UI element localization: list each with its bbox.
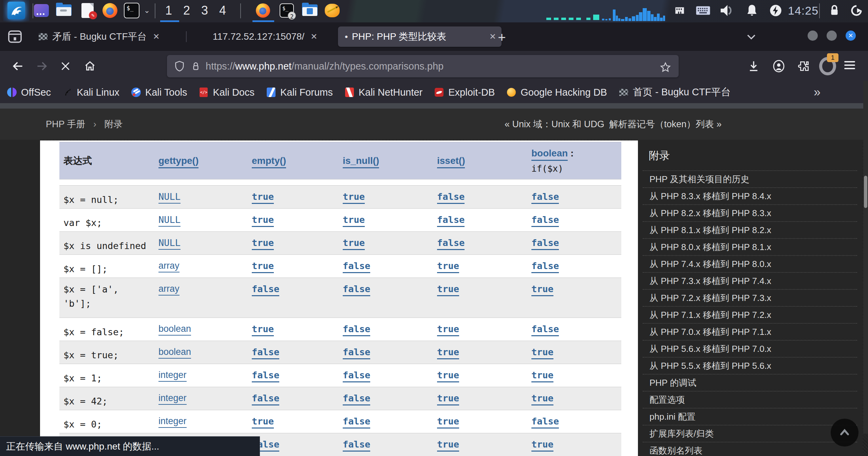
type-link[interactable]: integer <box>158 393 187 405</box>
sidebar-item[interactable]: 从 PHP 8.0.x 移植到 PHP 8.1.x <box>643 238 857 255</box>
bool-link[interactable]: true <box>531 284 553 296</box>
sidebar-item[interactable]: php.ini 配置 <box>643 408 857 425</box>
bookmark-kali-forums[interactable]: Kali Forums <box>266 87 333 98</box>
bool-link[interactable]: true <box>437 324 459 336</box>
downloads-button[interactable] <box>745 58 762 75</box>
tray-power-manager[interactable] <box>769 0 782 21</box>
bool-link[interactable]: true <box>437 393 459 405</box>
launcher-dropdown[interactable]: ⌄ <box>141 0 153 21</box>
sidebar-item[interactable]: 从 PHP 5.6.x 移植到 PHP 7.0.x <box>643 340 857 357</box>
breadcrumb-manual-link[interactable]: PHP 手册 <box>46 119 86 129</box>
bool-link[interactable]: true <box>437 370 459 382</box>
tab-php-manual-active[interactable]: • PHP: PHP 类型比较表 ✕ <box>338 26 502 47</box>
sidebar-item[interactable]: PHP 的调试 <box>643 374 857 391</box>
bookmarks-overflow-button[interactable]: » <box>814 85 820 99</box>
type-link[interactable]: NULL <box>158 191 181 204</box>
extensions-button[interactable] <box>795 58 812 75</box>
prev-page-link[interactable]: « Unix 域：Unix 和 UDG <box>505 118 604 130</box>
next-page-link[interactable]: 解析器记号（token）列表 » <box>609 118 722 130</box>
list-all-tabs-button[interactable] <box>745 31 757 44</box>
bool-link[interactable]: false <box>531 214 559 227</box>
bool-link[interactable]: false <box>252 284 279 296</box>
bool-link[interactable]: true <box>252 191 274 204</box>
bool-link[interactable]: false <box>343 416 370 429</box>
bool-link[interactable]: false <box>531 261 559 273</box>
isset-link[interactable]: isset() <box>437 155 465 168</box>
workspace-2[interactable]: 2 <box>179 0 194 21</box>
tray-volume[interactable] <box>719 0 734 21</box>
bool-link[interactable]: true <box>531 370 553 382</box>
bool-link[interactable]: false <box>437 214 465 227</box>
bool-link[interactable]: false <box>252 370 279 382</box>
tray-keyboard[interactable] <box>696 0 711 21</box>
stop-button[interactable] <box>57 58 74 75</box>
bool-link[interactable]: true <box>437 439 459 452</box>
type-link[interactable]: array <box>158 261 180 272</box>
workspace-3[interactable]: 3 <box>197 0 212 21</box>
sidebar-item[interactable]: 扩展库列表/归类 <box>643 425 857 442</box>
type-link[interactable]: NULL <box>158 238 181 250</box>
forward-button[interactable] <box>33 58 50 75</box>
sidebar-item[interactable]: 从 PHP 8.1.x 移植到 PHP 8.2.x <box>643 221 857 238</box>
bookmark-kali-nethunter[interactable]: Kali NetHunter <box>344 87 423 98</box>
window-button-editor[interactable] <box>321 0 343 21</box>
tray-network[interactable] <box>673 0 686 21</box>
type-link[interactable]: integer <box>158 370 187 382</box>
sidebar-item[interactable]: 从 PHP 8.2.x 移植到 PHP 8.3.x <box>643 204 857 221</box>
tab-ip-site[interactable]: 117.72.52.127:15078/ ✕ <box>189 26 341 47</box>
type-link[interactable]: array <box>158 284 180 296</box>
launcher-file-manager[interactable] <box>55 0 73 21</box>
menu-button[interactable] <box>844 58 861 76</box>
tab-close-icon[interactable]: ✕ <box>310 32 317 41</box>
bool-link[interactable]: false <box>343 347 370 359</box>
scrollbar-thumb[interactable] <box>864 176 867 208</box>
bookmark-exploit-db[interactable]: Exploit-DB <box>434 87 495 98</box>
new-tab-button[interactable]: + <box>494 30 510 45</box>
bool-link[interactable]: true <box>437 416 459 429</box>
home-button[interactable] <box>81 58 98 75</box>
bool-link[interactable]: false <box>343 284 370 296</box>
bookmark-kali-docs[interactable]: </>Kali Docs <box>199 87 254 98</box>
firefox-view-button[interactable] <box>7 30 22 43</box>
tab-close-icon[interactable]: ✕ <box>153 32 159 41</box>
bool-link[interactable]: true <box>437 261 459 273</box>
bool-link[interactable]: false <box>343 439 370 452</box>
type-link[interactable]: boolean <box>158 347 191 359</box>
bool-link[interactable]: false <box>343 393 370 405</box>
workspace-1[interactable]: 1 <box>161 0 176 21</box>
bool-link[interactable]: false <box>437 238 465 250</box>
isnull-link[interactable]: is_null() <box>343 155 379 168</box>
empty-link[interactable]: empty() <box>252 155 286 168</box>
bool-link[interactable]: false <box>437 191 465 204</box>
bool-link[interactable]: false <box>343 324 370 336</box>
bool-link[interactable]: false <box>252 347 279 359</box>
scroll-to-top-button[interactable] <box>831 419 858 446</box>
bookmark-google-hacking-db[interactable]: Google Hacking DB <box>506 87 607 98</box>
workspace-4[interactable]: 4 <box>215 0 230 21</box>
minimize-button[interactable] <box>808 31 818 41</box>
launcher-firefox[interactable] <box>101 0 119 21</box>
page-scrollbar[interactable] <box>863 81 868 434</box>
maximize-button[interactable] <box>827 31 837 41</box>
bool-link[interactable]: false <box>531 324 559 336</box>
bool-link[interactable]: true <box>437 347 459 359</box>
account-button[interactable] <box>770 58 787 75</box>
sidebar-item[interactable]: 从 PHP 7.2.x 移植到 PHP 7.3.x <box>643 289 857 306</box>
boolean-link[interactable]: boolean <box>531 148 568 161</box>
bool-link[interactable]: true <box>252 261 274 273</box>
bool-link[interactable]: true <box>343 191 365 204</box>
kali-menu-button[interactable] <box>3 0 29 21</box>
bool-link[interactable]: false <box>531 238 559 250</box>
bool-link[interactable]: true <box>531 347 553 359</box>
bool-link[interactable]: true <box>531 439 553 452</box>
sidebar-item[interactable]: 从 PHP 7.0.x 移植到 PHP 7.1.x <box>643 323 857 340</box>
bookmark-offsec[interactable]: OffSec <box>7 87 51 98</box>
bookmark-bugku-home[interactable]: 首页 - Bugku CTF平台 <box>619 86 731 99</box>
back-button[interactable] <box>10 58 26 75</box>
tray-clock[interactable]: 14:25 <box>788 0 818 21</box>
sidebar-item[interactable]: PHP 及其相关项目的历史 <box>643 170 857 187</box>
window-button-terminal[interactable]: $_ 2 <box>276 0 298 21</box>
bool-link[interactable]: false <box>531 191 559 204</box>
type-link[interactable]: NULL <box>158 214 181 227</box>
sidebar-item[interactable]: 从 PHP 7.4.x 移植到 PHP 8.0.x <box>643 255 857 272</box>
